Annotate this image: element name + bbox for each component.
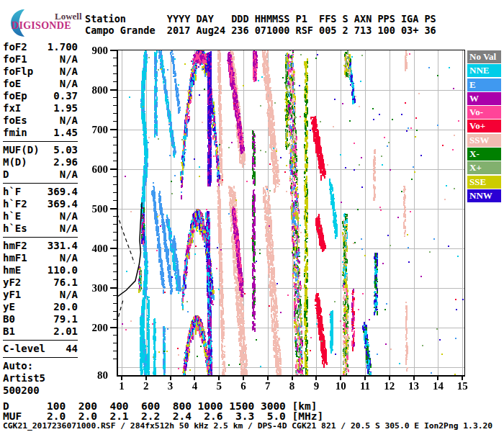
- parameter-value: N/A: [60, 168, 78, 181]
- header-station-values: Campo Grande 2017 Aug24 236 071000 RSF 0…: [85, 25, 436, 37]
- header-block: Station YYYY DAY DDD HHMMSS P1 FFS S AXN…: [85, 14, 436, 36]
- y-minor-tick: [113, 359, 117, 359]
- y-minor-tick: [113, 256, 117, 256]
- parameter-row: fxI1.95: [3, 102, 78, 114]
- y-minor-tick: [113, 319, 117, 320]
- y-minor-tick: [113, 97, 117, 98]
- x-axis-label: 7: [257, 380, 279, 392]
- parameter-value: 1.45: [53, 127, 78, 139]
- x-axis-label: 6: [233, 380, 254, 392]
- parameter-value: N/A: [60, 114, 78, 127]
- parameter-label: C-level: [3, 343, 45, 355]
- y-axis-label: 200: [81, 322, 108, 334]
- parameter-value: 2.01: [53, 325, 78, 338]
- parameter-value: 2.96: [53, 156, 78, 168]
- panel-divider: [3, 141, 78, 142]
- legend-item-Vo-: Vo-: [467, 106, 501, 119]
- y-major-tick: [110, 248, 117, 249]
- y-minor-tick: [113, 279, 117, 280]
- y-minor-tick: [113, 311, 117, 312]
- y-major-tick: [110, 50, 117, 51]
- parameter-label: MUF(D): [3, 144, 40, 156]
- y-axis-label: 300: [81, 282, 108, 294]
- parameter-value: 110.0: [48, 264, 78, 276]
- y-axis-label: 800: [81, 84, 108, 96]
- header-column-titles: Station YYYY DAY DDD HHMMSS P1 FFS S AXN…: [85, 14, 436, 25]
- y-axis-label: 900: [81, 45, 108, 57]
- parameter-value: N/A: [60, 252, 78, 264]
- parameter-label: foE: [3, 78, 21, 90]
- x-axis-label: 5: [208, 380, 230, 392]
- parameter-row: h`F369.4: [3, 186, 78, 198]
- parameter-value: 44: [66, 343, 78, 355]
- parameter-row: foF1N/A: [3, 53, 78, 66]
- parameter-value: N/A: [60, 66, 78, 78]
- y-minor-tick: [113, 176, 117, 177]
- parameter-row: hmF1N/A: [3, 252, 78, 264]
- parameter-row: foEsN/A: [3, 114, 78, 127]
- x-axis-label: 13: [403, 380, 425, 392]
- legend-item-E: E: [467, 78, 501, 91]
- panel-divider: [3, 183, 78, 184]
- y-minor-tick: [113, 216, 117, 217]
- y-minor-tick: [113, 224, 117, 225]
- parameter-row: h`EsN/A: [3, 222, 78, 235]
- parameter-row: M(D)2.96: [3, 156, 78, 168]
- y-axis-label: 700: [81, 124, 108, 136]
- y-minor-tick: [113, 153, 117, 153]
- parameter-row: yF1N/A: [3, 289, 78, 301]
- y-minor-tick: [113, 121, 117, 122]
- parameter-row: hmF2331.4: [3, 240, 78, 252]
- x-axis-label: 11: [354, 380, 376, 392]
- y-minor-tick: [113, 264, 117, 264]
- parameter-value: 369.4: [48, 186, 78, 198]
- parameter-row: yF276.1: [3, 276, 78, 289]
- y-minor-tick: [113, 192, 117, 193]
- panel-footer-line: Artist5: [3, 372, 78, 384]
- parameter-row: h`EN/A: [3, 210, 78, 222]
- parameter-label: yE: [3, 301, 15, 313]
- y-minor-tick: [113, 271, 117, 272]
- parameter-row: B079.1: [3, 313, 78, 325]
- parameter-label: fmin: [3, 127, 27, 139]
- x-axis-label: 4: [184, 380, 205, 392]
- y-axis-label: 500: [81, 203, 108, 215]
- legend-item-Vo+: Vo+: [467, 120, 501, 132]
- parameter-value: N/A: [60, 78, 78, 90]
- y-minor-tick: [113, 81, 117, 82]
- parameter-value: N/A: [60, 53, 78, 66]
- panel-divider: [3, 357, 78, 358]
- parameter-value: 76.1: [53, 276, 78, 289]
- x-axis-label: 8: [282, 380, 303, 392]
- panel-footer-line: Auto:: [3, 360, 78, 372]
- y-minor-tick: [113, 113, 117, 114]
- parameter-label: foF1: [3, 53, 27, 66]
- panel-divider: [3, 340, 78, 341]
- x-axis-label: 10: [330, 380, 351, 392]
- y-minor-tick: [113, 335, 117, 336]
- ionogram-plot: [117, 50, 465, 377]
- legend-item-SSE: SSE: [467, 176, 501, 189]
- parameter-label: h`F: [3, 186, 21, 198]
- x-axis-label: 12: [379, 380, 400, 392]
- y-minor-tick: [113, 73, 117, 74]
- y-minor-tick: [113, 66, 117, 66]
- y-major-tick: [110, 129, 117, 130]
- y-major-tick: [110, 168, 117, 170]
- y-minor-tick: [113, 105, 117, 106]
- parameter-row: h`F2369.4: [3, 198, 78, 210]
- parameter-label: foEp: [3, 90, 27, 102]
- parameter-value: 20.0: [53, 301, 78, 313]
- legend-item-W: W: [467, 92, 501, 105]
- ionogram-window: Lowell DIGISONDE Station YYYY DAY DDD HH…: [0, 0, 504, 432]
- parameter-value: 369.4: [48, 198, 78, 210]
- parameter-label: h`E: [3, 210, 21, 222]
- parameter-label: fxI: [3, 102, 21, 114]
- legend-item-NoVal: No Val: [467, 50, 501, 63]
- parameter-value: N/A: [60, 289, 78, 301]
- y-minor-tick: [113, 303, 117, 304]
- parameter-label: h`F2: [3, 198, 27, 210]
- parameter-label: hmF1: [3, 252, 27, 264]
- y-major-tick: [110, 327, 117, 328]
- parameter-label: yF1: [3, 289, 21, 301]
